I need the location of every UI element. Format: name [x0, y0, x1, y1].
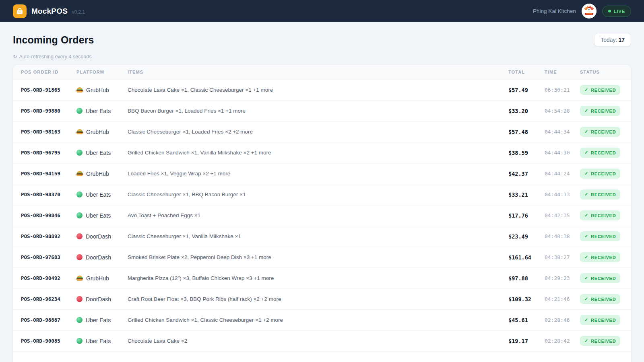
- order-items: Smoked Brisket Plate ×2, Pepperoni Deep …: [128, 254, 508, 260]
- order-row[interactable]: POS-ORD-90085 Uber Eats Chocolate Lava C…: [13, 331, 631, 352]
- order-total: $23.49: [508, 233, 545, 240]
- live-status-badge: LIVE: [602, 6, 631, 17]
- order-id: POS-ORD-96234: [21, 296, 76, 302]
- platform-label: DoorDash: [86, 233, 111, 240]
- status-cell: ✓ RECEIVED: [580, 169, 631, 179]
- order-row[interactable]: POS-ORD-98887 Uber Eats Grilled Chicken …: [13, 310, 631, 331]
- status-cell: ✓ RECEIVED: [580, 106, 631, 116]
- status-cell: ✓ RECEIVED: [580, 273, 631, 283]
- page-title: Incoming Orders: [13, 34, 94, 46]
- order-items: Margherita Pizza (12") ×3, Buffalo Chick…: [128, 275, 508, 281]
- order-time: 04:29:23: [545, 275, 580, 281]
- status-badge: ✓ RECEIVED: [580, 169, 620, 179]
- today-count-badge: Today:17: [594, 33, 631, 47]
- order-total: $97.88: [508, 275, 545, 282]
- order-row[interactable]: POS-ORD-96234 DoorDash Craft Root Beer F…: [13, 289, 631, 310]
- platform-label: Uber Eats: [86, 317, 111, 323]
- platform-cell: DoorDash: [76, 233, 128, 240]
- status-label: RECEIVED: [591, 109, 616, 113]
- order-row[interactable]: POS-ORD-94159 GrubHub Loaded Fries ×1, V…: [13, 163, 631, 184]
- status-badge: ✓ RECEIVED: [580, 294, 620, 304]
- ubereats-dot-icon: [76, 150, 83, 156]
- order-items: Avo Toast + Poached Eggs ×1: [128, 212, 508, 218]
- order-total: $19.17: [508, 338, 545, 344]
- check-icon: ✓: [584, 338, 588, 343]
- ubereats-dot-icon: [76, 108, 83, 114]
- status-badge: ✓ RECEIVED: [580, 189, 620, 200]
- platform-label: Uber Eats: [86, 108, 111, 114]
- platform-cell: GrubHub: [76, 275, 128, 282]
- grubhub-burger-icon: [76, 276, 83, 281]
- status-cell: ✓ RECEIVED: [580, 85, 631, 95]
- restaurant-avatar[interactable]: [582, 4, 597, 19]
- order-time: 04:40:38: [545, 233, 580, 239]
- order-row[interactable]: POS-ORD-98370 Uber Eats Classic Cheesebu…: [13, 184, 631, 205]
- platform-label: GrubHub: [86, 275, 109, 282]
- check-icon: ✓: [584, 234, 588, 239]
- top-navbar: MockPOS v0.2.1 Phing Kai Kitchen LIVE: [0, 0, 644, 22]
- order-row[interactable]: POS-ORD-98163 GrubHub Classic Cheeseburg…: [13, 121, 631, 142]
- order-row[interactable]: POS-ORD-97683 DoorDash Smoked Brisket Pl…: [13, 247, 631, 268]
- status-label: RECEIVED: [591, 192, 616, 197]
- order-items: Grilled Chicken Sandwich ×1, Vanilla Mil…: [128, 150, 508, 156]
- order-items: Classic Cheeseburger ×1, Loaded Fries ×2…: [128, 129, 508, 135]
- platform-cell: Uber Eats: [76, 212, 128, 219]
- order-row[interactable]: POS-ORD-99846 Uber Eats Avo Toast + Poac…: [13, 205, 631, 226]
- order-row[interactable]: POS-ORD-90492 GrubHub Margherita Pizza (…: [13, 268, 631, 289]
- order-total: $33.21: [508, 191, 545, 198]
- platform-label: Uber Eats: [86, 338, 111, 344]
- status-cell: ✓ RECEIVED: [580, 252, 631, 262]
- order-id: POS-ORD-91865: [21, 87, 76, 93]
- order-row[interactable]: POS-ORD-99880 Uber Eats BBQ Bacon Burger…: [13, 101, 631, 121]
- status-label: RECEIVED: [591, 339, 616, 343]
- brand: MockPOS v0.2.1: [13, 4, 85, 18]
- cash-register-icon: [16, 7, 24, 15]
- order-items: Chocolate Lava Cake ×1, Classic Cheesebu…: [128, 87, 508, 93]
- check-icon: ✓: [584, 150, 588, 155]
- order-time: 04:42:35: [545, 212, 580, 218]
- order-time: 04:44:13: [545, 191, 580, 197]
- col-header-platform: PLATFORM: [76, 70, 128, 74]
- check-icon: ✓: [584, 108, 588, 113]
- order-time: 02:28:46: [545, 317, 580, 323]
- platform-label: Uber Eats: [86, 212, 111, 219]
- platform-cell: Uber Eats: [76, 338, 128, 344]
- next-row-partial: [13, 352, 631, 362]
- order-total: $57.49: [508, 87, 545, 93]
- doordash-dot-icon: [76, 254, 83, 260]
- status-badge: ✓ RECEIVED: [580, 336, 620, 346]
- order-row[interactable]: POS-ORD-91865 GrubHub Chocolate Lava Cak…: [13, 80, 631, 101]
- order-items: Classic Cheeseburger ×1, Vanilla Milksha…: [128, 233, 508, 239]
- rooster-logo-icon: [582, 4, 597, 19]
- platform-cell: Uber Eats: [76, 108, 128, 114]
- order-time: 04:44:30: [545, 150, 580, 156]
- platform-cell: GrubHub: [76, 129, 128, 135]
- order-row[interactable]: POS-ORD-96795 Uber Eats Grilled Chicken …: [13, 142, 631, 163]
- order-id: POS-ORD-99880: [21, 108, 76, 114]
- order-items: BBQ Bacon Burger ×1, Loaded Fries ×1 +1 …: [128, 108, 508, 114]
- platform-label: DoorDash: [86, 254, 111, 261]
- status-cell: ✓ RECEIVED: [580, 210, 631, 220]
- col-header-items: ITEMS: [128, 70, 508, 74]
- order-id: POS-ORD-99846: [21, 212, 76, 218]
- live-dot-icon: [608, 10, 611, 12]
- status-label: RECEIVED: [591, 213, 616, 218]
- order-time: 06:30:21: [545, 87, 580, 93]
- order-id: POS-ORD-94159: [21, 171, 76, 177]
- order-items: Loaded Fries ×1, Veggie Wrap ×2 +1 more: [128, 171, 508, 177]
- col-header-total: TOTAL: [508, 70, 545, 74]
- app-version: v0.2.1: [72, 9, 85, 15]
- check-icon: ✓: [584, 129, 588, 134]
- status-label: RECEIVED: [591, 255, 616, 260]
- order-row[interactable]: POS-ORD-98892 DoorDash Classic Cheesebur…: [13, 226, 631, 247]
- live-label: LIVE: [614, 9, 625, 14]
- order-total: $33.20: [508, 108, 545, 114]
- order-total: $109.32: [508, 296, 545, 302]
- col-header-order-id: POS ORDER ID: [21, 70, 76, 74]
- order-total: $42.37: [508, 171, 545, 177]
- status-cell: ✓ RECEIVED: [580, 127, 631, 137]
- doordash-dot-icon: [76, 296, 83, 302]
- status-label: RECEIVED: [591, 150, 616, 155]
- order-time: 04:54:28: [545, 108, 580, 114]
- check-icon: ✓: [584, 276, 588, 281]
